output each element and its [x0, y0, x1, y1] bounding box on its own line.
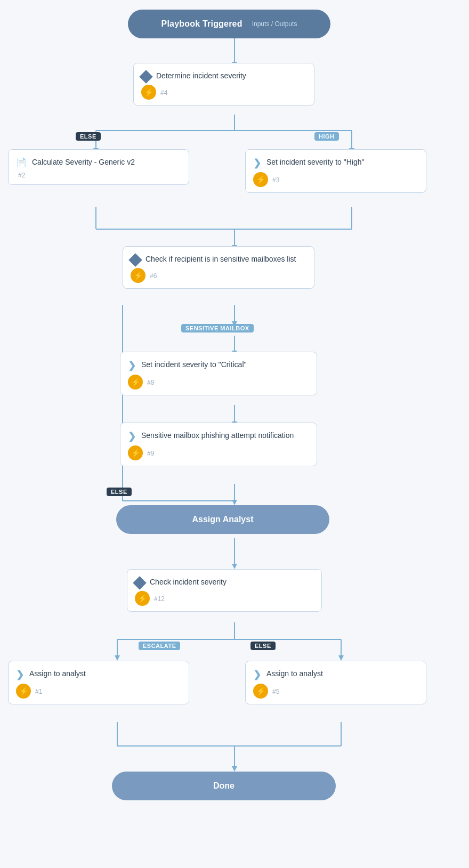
svg-marker-30 — [115, 655, 120, 661]
node-8-title: Set incident severity to "Critical" — [141, 360, 246, 370]
node-9-num: #9 — [147, 450, 154, 457]
sensitive-mailbox-badge: SENSITiVE MAILBOX — [181, 324, 254, 332]
trigger-label: Playbook Triggered — [161, 19, 242, 29]
else-badge-2: ELSE — [107, 488, 132, 496]
escalate-badge: ESCALATE — [139, 642, 180, 650]
arrow-icon-5: ❯ — [253, 669, 261, 680]
node-2-title: Calculate Severity - Generic v2 — [32, 157, 135, 167]
node-4[interactable]: Determine incident severity ⚡ #4 — [133, 63, 314, 106]
node-5-num: #5 — [272, 688, 279, 695]
node-9-title: Sensitive mailbox phishing attempt notif… — [141, 431, 294, 441]
node-4-num: #4 — [160, 89, 167, 96]
node-1-title: Assign to analyst — [29, 669, 86, 679]
node-1-num: #1 — [35, 688, 42, 695]
diamond-icon-12 — [133, 576, 146, 589]
lightning-icon-12: ⚡ — [135, 591, 150, 606]
node-6[interactable]: Check if recipient is in sensitive mailb… — [123, 246, 314, 289]
lightning-icon-3: ⚡ — [253, 172, 268, 187]
inputs-outputs-label[interactable]: Inputs / Outputs — [252, 20, 297, 28]
node-12-num: #12 — [154, 595, 165, 603]
trigger-node[interactable]: Playbook Triggered Inputs / Outputs — [128, 10, 330, 38]
svg-marker-33 — [338, 655, 344, 661]
node-5-title: Assign to analyst — [266, 669, 323, 679]
svg-marker-24 — [232, 500, 237, 505]
arrow-icon-3: ❯ — [253, 157, 261, 169]
node-8-num: #8 — [147, 379, 154, 386]
assign-analyst-node[interactable]: Assign Analyst — [116, 505, 329, 534]
lightning-icon-5: ⚡ — [253, 684, 268, 699]
done-label: Done — [213, 781, 234, 791]
node-6-num: #6 — [150, 272, 157, 280]
else-badge-3: ELSE — [250, 642, 276, 650]
node-5[interactable]: ❯ Assign to analyst ⚡ #5 — [245, 661, 426, 704]
lightning-icon-4: ⚡ — [141, 85, 156, 100]
arrow-icon-1: ❯ — [16, 669, 24, 680]
diamond-icon — [139, 70, 152, 83]
node-2-num: #2 — [18, 172, 25, 179]
node-2[interactable]: 📄 Calculate Severity - Generic v2 #2 — [8, 149, 189, 185]
lightning-icon-9: ⚡ — [128, 445, 143, 460]
node-9[interactable]: ❯ Sensitive mailbox phishing attempt not… — [120, 423, 317, 466]
arrow-icon-9: ❯ — [128, 431, 136, 442]
node-3[interactable]: ❯ Set incident severity to "High" ⚡ #3 — [245, 149, 426, 193]
lightning-icon-6: ⚡ — [131, 268, 145, 283]
doc-icon-2: 📄 — [16, 157, 27, 167]
node-12[interactable]: Check incident severity ⚡ #12 — [127, 569, 322, 612]
node-8[interactable]: ❯ Set incident severity to "Critical" ⚡ … — [120, 352, 317, 395]
done-node[interactable]: Done — [112, 772, 336, 800]
lightning-icon-1: ⚡ — [16, 684, 31, 699]
node-12-title: Check incident severity — [150, 577, 227, 587]
else-badge-1: ELSE — [76, 132, 101, 141]
arrow-icon-8: ❯ — [128, 360, 136, 371]
diamond-icon-6 — [128, 253, 142, 266]
node-3-num: #3 — [272, 176, 279, 184]
node-6-title: Check if recipient is in sensitive mailb… — [145, 254, 296, 264]
svg-marker-39 — [232, 766, 237, 772]
node-4-title: Determine incident severity — [156, 71, 246, 81]
node-1[interactable]: ❯ Assign to analyst ⚡ #1 — [8, 661, 189, 704]
assign-analyst-label: Assign Analyst — [192, 515, 254, 524]
node-3-title: Set incident severity to "High" — [266, 157, 364, 167]
high-badge: HIGH — [314, 132, 339, 141]
svg-marker-26 — [232, 564, 237, 569]
lightning-icon-8: ⚡ — [128, 375, 143, 390]
